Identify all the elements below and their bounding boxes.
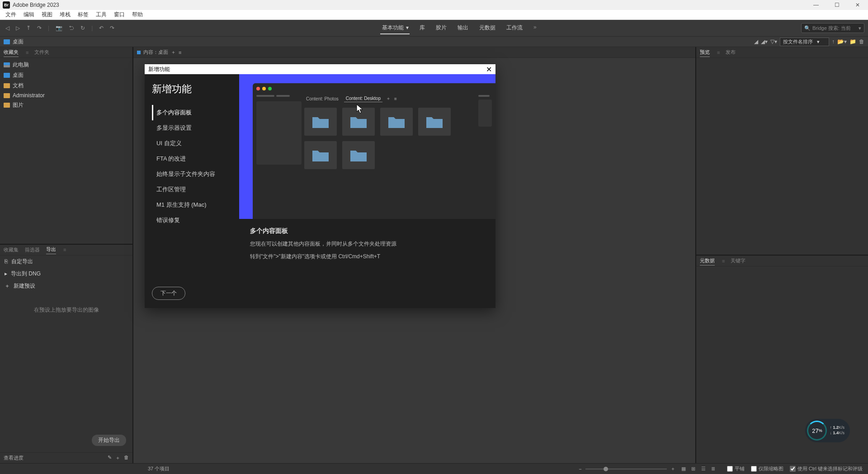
item-count: 37 个项目 bbox=[148, 465, 170, 472]
view-detail-icon[interactable]: ☰ bbox=[699, 465, 708, 473]
menu-file[interactable]: 文件 bbox=[2, 11, 20, 19]
menu-stack[interactable]: 堆栈 bbox=[56, 11, 74, 19]
list-item[interactable]: 图片 bbox=[0, 100, 132, 110]
tab-filter[interactable]: 筛选器 bbox=[25, 246, 40, 254]
search-icon: 🔍 bbox=[804, 25, 811, 31]
nav-forward-icon[interactable]: ▷ bbox=[14, 25, 22, 31]
zoom-out-icon[interactable]: − bbox=[579, 466, 581, 472]
list-item[interactable]: Administrator bbox=[0, 91, 132, 100]
close-button[interactable]: ✕ bbox=[847, 0, 868, 10]
list-item[interactable]: 此电脑 bbox=[0, 60, 132, 70]
tab-folders[interactable]: 文件夹 bbox=[34, 48, 49, 57]
workspace-workflow[interactable]: 工作流 bbox=[505, 22, 524, 34]
tab-favorites[interactable]: 收藏夹 bbox=[4, 48, 19, 57]
export-dng[interactable]: ▸导出到 DNG bbox=[0, 268, 132, 280]
demo-folder-icon bbox=[380, 108, 413, 136]
rating-stairs2-icon[interactable]: ◢▾ bbox=[761, 38, 768, 45]
plus-icon[interactable]: ＋ bbox=[115, 455, 120, 461]
maximize-button[interactable]: ☐ bbox=[826, 0, 847, 10]
workspace-metadata[interactable]: 元数据 bbox=[478, 22, 496, 34]
rotate-cw-icon[interactable]: ↷ bbox=[108, 25, 116, 31]
panel-menu-icon[interactable]: ≡ bbox=[26, 49, 28, 56]
list-item[interactable]: 文档 bbox=[0, 81, 132, 91]
filter-icon[interactable]: ▽▾ bbox=[770, 38, 777, 45]
status-bar: 37 个项目 − ＋ ▦ ⊞ ☰ ≣ 平铺 仅限缩略图 使用 Ctrl 键来选择… bbox=[0, 463, 868, 474]
feature-item[interactable]: 错误修复 bbox=[152, 213, 232, 228]
sort-asc-icon[interactable]: ↑ bbox=[832, 38, 835, 45]
tab-collections[interactable]: 收藏集 bbox=[4, 246, 19, 254]
menu-tools[interactable]: 工具 bbox=[92, 11, 110, 19]
tile-checkbox[interactable]: 平铺 bbox=[727, 465, 745, 472]
rotate-ccw-icon[interactable]: ↶ bbox=[97, 25, 105, 31]
panel-menu-icon[interactable]: ≡ bbox=[722, 257, 724, 265]
feature-item[interactable]: FTA 的改进 bbox=[152, 151, 232, 166]
tab-metadata[interactable]: 元数据 bbox=[700, 256, 715, 265]
view-grid-icon[interactable]: ▦ bbox=[679, 465, 688, 473]
cursor-icon bbox=[356, 104, 364, 114]
feature-desc-text: 您现在可以创建其他内容面板，并同时从多个文件夹处理资源 bbox=[250, 240, 485, 248]
workspace-library[interactable]: 库 bbox=[419, 22, 426, 34]
feature-item[interactable]: 工作区管理 bbox=[152, 182, 232, 197]
panel-menu-icon[interactable]: ≡ bbox=[179, 50, 181, 55]
chevron-down-icon[interactable]: ▾ bbox=[859, 25, 861, 31]
folder-icon bbox=[4, 93, 10, 98]
minimize-button[interactable]: — bbox=[806, 0, 826, 10]
breadcrumb[interactable]: 桌面 bbox=[13, 38, 24, 46]
ctrl-select-checkbox[interactable]: 使用 Ctrl 键来选择标记和评级 bbox=[790, 465, 863, 472]
camera-import-icon[interactable]: 📷 bbox=[54, 25, 64, 31]
close-icon[interactable]: ✕ bbox=[486, 65, 492, 74]
menu-window[interactable]: 窗口 bbox=[110, 11, 128, 19]
start-export-button[interactable]: 开始导出 bbox=[92, 435, 126, 446]
add-content-tab-icon[interactable]: ＋ bbox=[171, 49, 176, 56]
nav-up-icon[interactable]: ⤒ bbox=[24, 25, 33, 31]
workspace-basic[interactable]: 基本功能 ▾ bbox=[380, 22, 410, 34]
nav-back-icon[interactable]: ◁ bbox=[4, 25, 11, 31]
workspace-output[interactable]: 输出 bbox=[457, 22, 469, 34]
nav-recent-icon[interactable]: ↷ bbox=[35, 25, 43, 31]
feature-item[interactable]: 多个内容面板 bbox=[152, 105, 232, 120]
feature-item[interactable]: UI 自定义 bbox=[152, 136, 232, 151]
trash-icon[interactable]: 🗑 bbox=[124, 455, 129, 461]
panel-menu-icon[interactable]: ≡ bbox=[717, 49, 719, 56]
export-custom[interactable]: ⎘自定导出 bbox=[0, 256, 132, 268]
menu-label[interactable]: 标签 bbox=[74, 11, 92, 19]
plus-icon: ＋ bbox=[386, 95, 391, 102]
feature-item[interactable]: 多显示器设置 bbox=[152, 120, 232, 136]
tab-export[interactable]: 导出 bbox=[46, 245, 56, 254]
menu-view[interactable]: 视图 bbox=[38, 11, 56, 19]
new-folder-icon[interactable]: 📁 bbox=[849, 38, 856, 45]
export-icon: ⎘ bbox=[5, 258, 8, 265]
export-new-preset[interactable]: ＋新建预设 bbox=[0, 280, 132, 292]
sort-select[interactable]: 按文件名排序 ▾ bbox=[780, 38, 829, 46]
right-bottom-tabs: 元数据 ≡ 关键字 bbox=[696, 256, 868, 266]
menu-edit[interactable]: 编辑 bbox=[20, 11, 38, 19]
tab-publish[interactable]: 发布 bbox=[726, 48, 736, 57]
thumbonly-checkbox[interactable]: 仅限缩略图 bbox=[751, 465, 783, 472]
edit-icon[interactable]: ✎ bbox=[108, 455, 112, 461]
open-recent-icon[interactable]: 📂▾ bbox=[837, 38, 847, 45]
list-item[interactable]: 桌面 bbox=[0, 70, 132, 81]
workspace-overflow-icon[interactable]: » bbox=[533, 22, 538, 34]
rating-stairs-icon[interactable]: ◢ bbox=[754, 38, 758, 45]
zoom-in-icon[interactable]: ＋ bbox=[670, 465, 675, 472]
feature-item[interactable]: 始终显示子文件夹内容 bbox=[152, 166, 232, 182]
delete-icon[interactable]: 🗑 bbox=[859, 38, 864, 45]
feature-item[interactable]: M1 原生支持 (Mac) bbox=[152, 197, 232, 213]
next-button[interactable]: 下一个 bbox=[152, 287, 185, 300]
search-input[interactable]: 🔍 Bridge 搜索: 当前 ▾ bbox=[801, 23, 864, 33]
check-progress-label[interactable]: 查看进度 bbox=[4, 455, 24, 461]
menu-help[interactable]: 帮助 bbox=[128, 11, 146, 19]
panel-menu-icon[interactable]: ≡ bbox=[63, 246, 66, 253]
performance-widget[interactable]: 27% ↑ 1.2K/s ↓ 1.4K/s bbox=[805, 419, 850, 442]
workspace-filmstrip[interactable]: 胶片 bbox=[435, 22, 448, 34]
tab-preview[interactable]: 预览 bbox=[700, 48, 710, 57]
tab-keywords[interactable]: 关键字 bbox=[731, 256, 745, 265]
refresh-icon[interactable]: ↻ bbox=[79, 25, 87, 31]
view-list-icon[interactable]: ≣ bbox=[709, 465, 718, 473]
thumbnail-size-slider[interactable] bbox=[585, 469, 667, 469]
content-panel-header: 内容：桌面 ＋ ≡ bbox=[133, 47, 695, 58]
view-thumb-icon[interactable]: ⊞ bbox=[689, 465, 698, 473]
boomerang-icon[interactable]: ⮌ bbox=[67, 25, 76, 31]
app-title: Adobe Bridge 2023 bbox=[13, 2, 59, 8]
feature-illustration: Content: Photos Content: Desktop ＋ ≡ bbox=[239, 74, 495, 219]
